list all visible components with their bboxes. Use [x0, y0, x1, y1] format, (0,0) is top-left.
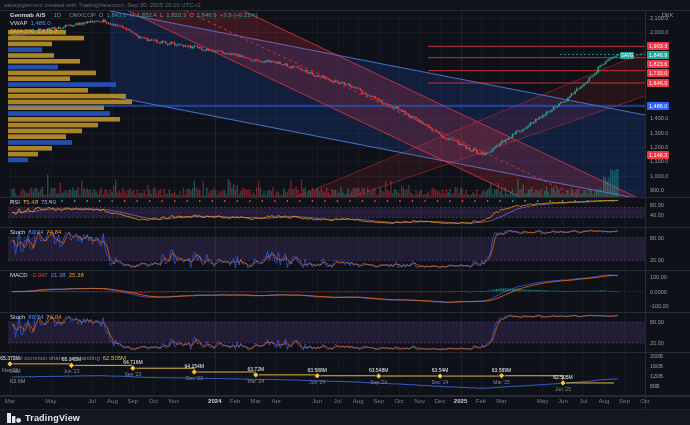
- vwap-label[interactable]: VWAP: [10, 20, 27, 27]
- stoch2-title[interactable]: Stoch: [10, 314, 25, 321]
- high-label: H: [130, 12, 134, 19]
- stoch2-value-k: 80.74: [28, 314, 43, 321]
- ma-legend[interactable]: SMA 200 1,675.3: [10, 28, 57, 35]
- macd-hist-value: -2.047: [31, 272, 48, 279]
- low-label: L: [160, 12, 163, 19]
- macd-signal-value: 25.38: [69, 272, 84, 279]
- stoch2-value-d: 74.04: [46, 314, 61, 321]
- symbol-name[interactable]: Genmab A/S: [10, 12, 45, 19]
- attribution-text: savepiglement created with TradingView.c…: [4, 2, 201, 8]
- vwap-legend[interactable]: VWAP 1,486.0: [10, 20, 50, 27]
- open-value: 1,843.0: [106, 12, 126, 19]
- stoch2-legend[interactable]: Stoch 80.74 74.04: [10, 314, 61, 321]
- open-label: O: [99, 12, 104, 19]
- attribution-bar: savepiglement created with TradingView.c…: [0, 0, 690, 10]
- rsi-title[interactable]: RSI: [10, 199, 20, 206]
- macd-legend[interactable]: MACD -2.047 21.38 25.38: [10, 272, 84, 279]
- high-value: 1,852.4: [137, 12, 157, 19]
- macd-line-value: 21.38: [51, 272, 66, 279]
- vwap-value: 1,486.0: [30, 20, 50, 27]
- exchange-label: OMXCOP: [69, 12, 96, 19]
- legend-separator: ·: [48, 12, 50, 19]
- stoch-value-d: 74.84: [46, 229, 61, 236]
- stoch-title[interactable]: Stoch: [10, 229, 25, 236]
- shares-value: 62.505M: [103, 355, 126, 362]
- rsi-legend[interactable]: RSI 75.40 75.40: [10, 199, 56, 206]
- shares-legend[interactable]: Total common shares outstanding 62.505M: [10, 355, 126, 362]
- stoch-legend[interactable]: Stoch 80.24 74.84: [10, 229, 61, 236]
- main-symbol-legend[interactable]: Genmab A/S · 1D · OMXCOP O 1,843.0 H 1,8…: [10, 12, 258, 19]
- low-value: 1,820.3: [166, 12, 186, 19]
- macd-title[interactable]: MACD: [10, 272, 28, 279]
- tradingview-logo-icon[interactable]: [7, 413, 21, 423]
- interval-label[interactable]: 1D: [53, 12, 61, 19]
- stoch-value-k: 80.24: [28, 229, 43, 236]
- tradingview-footer: TradingView: [0, 409, 690, 425]
- ma-label[interactable]: SMA 200: [10, 28, 34, 35]
- tradingview-snapshot: savepiglement created with TradingView.c…: [0, 0, 690, 425]
- rsi-value-1: 75.40: [23, 199, 38, 206]
- rsi-value-2: 75.40: [41, 199, 56, 206]
- tradingview-brand[interactable]: TradingView: [25, 413, 80, 423]
- shares-title[interactable]: Total common shares outstanding: [10, 355, 100, 362]
- close-value: 1,846.9: [197, 12, 217, 19]
- change-value: +3.9 (+0.21%): [220, 12, 258, 19]
- ma-value: 1,675.3: [37, 28, 57, 35]
- close-label: C: [189, 12, 193, 19]
- legend-separator: ·: [64, 12, 66, 19]
